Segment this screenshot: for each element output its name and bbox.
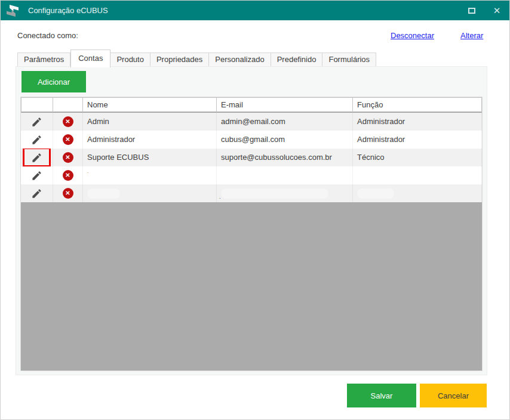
redacted-text — [87, 189, 120, 199]
cell-funcao: Administrador — [353, 113, 482, 131]
pencil-icon — [31, 116, 42, 128]
column-header-email: E-mail — [217, 97, 353, 112]
add-button[interactable]: Adicionar — [21, 71, 86, 92]
pencil-icon — [31, 134, 42, 146]
disconnect-link[interactable]: Desconectar — [391, 31, 434, 40]
edit-row-button[interactable] — [21, 113, 53, 131]
close-button[interactable]: ✕ — [484, 1, 509, 20]
account-row[interactable]: ✕Adminadmin@email.comAdministrador — [21, 113, 482, 131]
tab-propriedades[interactable]: Propriedades — [150, 52, 209, 67]
cell-email: suporte@cubussolucoes.com.br — [217, 149, 353, 166]
cell-nome: Administrador — [83, 131, 217, 149]
tab-personalizado[interactable]: Personalizado — [209, 52, 271, 67]
save-button[interactable]: Salvar — [347, 384, 416, 407]
config-window: Configuração eCUBUS ✕ Conectado como: De… — [0, 0, 510, 420]
delete-circle-x-icon: ✕ — [63, 134, 73, 145]
redacted-text — [221, 189, 328, 199]
account-row[interactable]: ✕Suporte ECUBUSsuporte@cubussolucoes.com… — [21, 149, 482, 166]
account-row[interactable]: ✕Administradorcubus@gmail.comAdministrad… — [21, 131, 482, 149]
grid-header-row: Nome E-mail Função — [21, 97, 482, 113]
cell-email: admin@email.com — [217, 113, 353, 131]
tab-predefinido[interactable]: Predefinido — [271, 52, 323, 67]
tab-parâmetros[interactable]: Parâmetros — [17, 52, 70, 67]
column-header-funcao: Função — [353, 97, 482, 112]
cell-funcao: Administrador — [353, 131, 482, 149]
title-bar: Configuração eCUBUS ✕ — [1, 1, 509, 20]
edit-row-button[interactable] — [21, 149, 53, 166]
cell-funcao — [353, 166, 482, 184]
cell-funcao: Técnico — [353, 149, 482, 166]
tab-formulários[interactable]: Formulários — [322, 52, 376, 67]
pencil-icon — [31, 152, 42, 163]
stray-mark: . — [219, 194, 221, 200]
redacted-text — [357, 189, 394, 199]
delete-circle-x-icon: ✕ — [63, 170, 73, 181]
delete-circle-x-icon: ✕ — [63, 152, 73, 163]
delete-row-button[interactable]: ✕ — [53, 113, 83, 131]
grid-body: ✕Adminadmin@email.comAdministrador✕Admin… — [21, 113, 482, 202]
delete-row-button[interactable]: ✕ — [53, 166, 83, 184]
tab-bar: ParâmetrosContasProdutoPropriedadesPerso… — [17, 49, 376, 67]
cell-nome: Admin — [83, 113, 217, 131]
change-link[interactable]: Alterar — [460, 31, 483, 40]
column-header-nome: Nome — [83, 97, 217, 112]
column-header-delete — [53, 97, 83, 112]
cell-email: . — [217, 184, 353, 202]
cell-nome: . — [83, 166, 217, 184]
app-logo-icon — [5, 4, 20, 17]
accounts-grid: Nome E-mail Função ✕Adminadmin@email.com… — [20, 97, 483, 371]
close-icon: ✕ — [493, 6, 501, 15]
account-row[interactable]: ✕. — [21, 166, 482, 184]
tab-produto[interactable]: Produto — [110, 52, 150, 67]
tab-contas[interactable]: Contas — [70, 50, 110, 67]
maximize-button[interactable] — [459, 1, 484, 20]
edit-row-button[interactable] — [21, 166, 53, 184]
window-title: Configuração eCUBUS — [28, 6, 108, 15]
edit-row-button[interactable] — [21, 131, 53, 149]
delete-row-button[interactable]: ✕ — [53, 149, 83, 166]
connected-as-label: Conectado como: — [17, 31, 78, 40]
stray-mark: . — [87, 169, 89, 174]
delete-row-button[interactable]: ✕ — [53, 131, 83, 149]
cell-email — [217, 166, 353, 184]
pencil-icon — [31, 170, 42, 181]
cell-email: cubus@gmail.com — [217, 131, 353, 149]
edit-row-button[interactable] — [21, 184, 53, 202]
delete-circle-x-icon: ✕ — [63, 116, 73, 127]
cell-funcao — [353, 184, 482, 202]
cancel-button[interactable]: Cancelar — [420, 384, 487, 407]
pencil-icon — [31, 188, 42, 199]
maximize-icon — [468, 8, 475, 14]
delete-circle-x-icon: ✕ — [63, 188, 73, 199]
account-row[interactable]: ✕. — [21, 184, 482, 202]
cell-nome — [83, 184, 217, 202]
column-header-edit — [21, 97, 53, 112]
cell-nome: Suporte ECUBUS — [83, 149, 217, 166]
delete-row-button[interactable]: ✕ — [53, 184, 83, 202]
contas-tab-panel: Adicionar Nome E-mail Função ✕Adminadmin… — [16, 66, 487, 375]
